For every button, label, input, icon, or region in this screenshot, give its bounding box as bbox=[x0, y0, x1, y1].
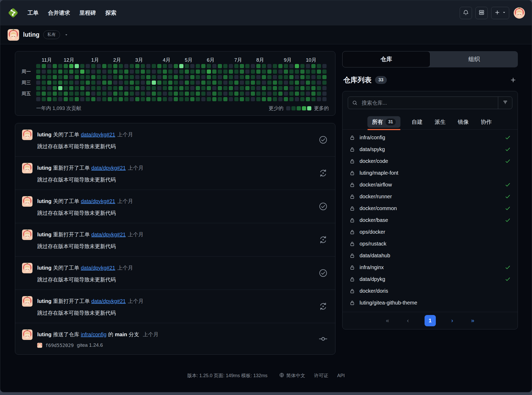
heatmap-cell[interactable] bbox=[256, 64, 260, 68]
heatmap-cell[interactable] bbox=[218, 64, 222, 68]
heatmap-cell[interactable] bbox=[102, 92, 106, 96]
new-repo-plus-icon[interactable] bbox=[509, 76, 517, 84]
heatmap-cell[interactable] bbox=[36, 75, 40, 79]
heatmap-cell[interactable] bbox=[212, 86, 216, 90]
heatmap-cell[interactable] bbox=[163, 97, 167, 101]
heatmap-cell[interactable] bbox=[108, 86, 112, 90]
repo-row[interactable]: infra/nginx bbox=[343, 261, 518, 273]
heatmap-cell[interactable] bbox=[157, 64, 161, 68]
heatmap-cell[interactable] bbox=[47, 81, 51, 85]
heatmap-cell[interactable] bbox=[157, 97, 161, 101]
heatmap-cell[interactable] bbox=[69, 75, 73, 79]
heatmap-cell[interactable] bbox=[207, 81, 211, 85]
heatmap-cell[interactable] bbox=[130, 75, 134, 79]
heatmap-cell[interactable] bbox=[229, 64, 233, 68]
heatmap-cell[interactable] bbox=[130, 81, 134, 85]
heatmap-cell[interactable] bbox=[245, 75, 249, 79]
heatmap-cell[interactable] bbox=[273, 64, 277, 68]
heatmap-cell[interactable] bbox=[317, 97, 321, 101]
heatmap-cell[interactable] bbox=[278, 64, 283, 68]
heatmap-cell[interactable] bbox=[190, 75, 194, 79]
heatmap-cell[interactable] bbox=[185, 75, 189, 79]
heatmap-cell[interactable] bbox=[245, 81, 249, 85]
heatmap-cell[interactable] bbox=[273, 86, 277, 90]
heatmap-cell[interactable] bbox=[311, 75, 316, 79]
heatmap-cell[interactable] bbox=[223, 70, 227, 74]
heatmap-cell[interactable] bbox=[86, 92, 90, 96]
heatmap-cell[interactable] bbox=[64, 86, 68, 90]
heatmap-cell[interactable] bbox=[190, 70, 194, 74]
user-link[interactable]: luting bbox=[37, 232, 51, 237]
filter-tab-3[interactable]: 镜像 bbox=[457, 116, 470, 128]
heatmap-cell[interactable] bbox=[97, 64, 101, 68]
heatmap-cell[interactable] bbox=[168, 81, 172, 85]
heatmap-cell[interactable] bbox=[75, 97, 79, 101]
heatmap-cell[interactable] bbox=[97, 70, 101, 74]
filter-tab-1[interactable]: 自建 bbox=[410, 116, 424, 128]
heatmap-cell[interactable] bbox=[245, 97, 249, 101]
issue-link[interactable]: data/dpykg#21 bbox=[81, 132, 115, 137]
heatmap-cell[interactable] bbox=[168, 92, 172, 96]
heatmap-cell[interactable] bbox=[229, 75, 233, 79]
heatmap-cell[interactable] bbox=[311, 70, 316, 74]
heatmap-cell[interactable] bbox=[135, 92, 139, 96]
heatmap-cell[interactable] bbox=[69, 64, 73, 68]
heatmap-cell[interactable] bbox=[234, 75, 238, 79]
heatmap-cell[interactable] bbox=[75, 64, 79, 68]
tab-repositories[interactable]: 仓库 bbox=[342, 51, 430, 67]
heatmap-cell[interactable] bbox=[251, 64, 255, 68]
heatmap-cell[interactable] bbox=[295, 70, 299, 74]
heatmap-cell[interactable] bbox=[256, 86, 260, 90]
heatmap-cell[interactable] bbox=[262, 75, 266, 79]
heatmap-cell[interactable] bbox=[240, 75, 244, 79]
repo-name-link[interactable]: infra/config bbox=[360, 135, 500, 141]
heatmap-cell[interactable] bbox=[157, 92, 161, 96]
heatmap-cell[interactable] bbox=[91, 64, 95, 68]
heatmap-cell[interactable] bbox=[157, 86, 161, 90]
heatmap-cell[interactable] bbox=[174, 75, 178, 79]
heatmap-cell[interactable] bbox=[234, 92, 238, 96]
chevron-down-icon[interactable] bbox=[64, 33, 68, 37]
footer-link-0[interactable]: 简体中文 bbox=[279, 372, 305, 379]
heatmap-cell[interactable] bbox=[201, 64, 205, 68]
repo-name-link[interactable]: data/datahub bbox=[360, 253, 511, 259]
heatmap-cell[interactable] bbox=[245, 64, 249, 68]
heatmap-cell[interactable] bbox=[306, 92, 310, 96]
heatmap-cell[interactable] bbox=[42, 75, 46, 79]
filter-tab-2[interactable]: 派生 bbox=[433, 116, 447, 128]
heatmap-cell[interactable] bbox=[130, 92, 134, 96]
heatmap-cell[interactable] bbox=[212, 81, 216, 85]
heatmap-cell[interactable] bbox=[108, 64, 112, 68]
heatmap-cell[interactable] bbox=[306, 64, 310, 68]
heatmap-cell[interactable] bbox=[322, 64, 327, 68]
notifications-button[interactable] bbox=[460, 7, 472, 19]
heatmap-cell[interactable] bbox=[284, 75, 288, 79]
filter-tab-4[interactable]: 协作 bbox=[480, 116, 493, 128]
heatmap-cell[interactable] bbox=[163, 81, 167, 85]
heatmap-cell[interactable] bbox=[234, 64, 238, 68]
user-link[interactable]: luting bbox=[37, 332, 51, 337]
heatmap-cell[interactable] bbox=[36, 64, 40, 68]
heatmap-cell[interactable] bbox=[75, 81, 79, 85]
heatmap-cell[interactable] bbox=[69, 70, 73, 74]
heatmap-cell[interactable] bbox=[317, 92, 321, 96]
heatmap-cell[interactable] bbox=[75, 70, 79, 74]
repo-row[interactable]: docker/code bbox=[343, 155, 518, 167]
heatmap-cell[interactable] bbox=[146, 97, 150, 101]
heatmap-cell[interactable] bbox=[240, 86, 244, 90]
heatmap-cell[interactable] bbox=[47, 70, 51, 74]
heatmap-cell[interactable] bbox=[179, 75, 183, 79]
repo-row[interactable]: data/dpykg bbox=[343, 273, 518, 285]
repo-row[interactable]: data/datahub bbox=[343, 250, 518, 261]
heatmap-cell[interactable] bbox=[91, 97, 95, 101]
pagination-next[interactable]: › bbox=[448, 317, 456, 324]
heatmap-cell[interactable] bbox=[97, 97, 101, 101]
heatmap-cell[interactable] bbox=[240, 97, 244, 101]
heatmap-cell[interactable] bbox=[306, 70, 310, 74]
nav-item-0[interactable]: 工单 bbox=[28, 9, 39, 17]
heatmap-cell[interactable] bbox=[42, 92, 46, 96]
heatmap-cell[interactable] bbox=[69, 81, 73, 85]
issue-link[interactable]: data/dpykg#21 bbox=[91, 298, 126, 304]
heatmap-cell[interactable] bbox=[36, 86, 40, 90]
repo-name-link[interactable]: docker/airflow bbox=[360, 182, 500, 188]
